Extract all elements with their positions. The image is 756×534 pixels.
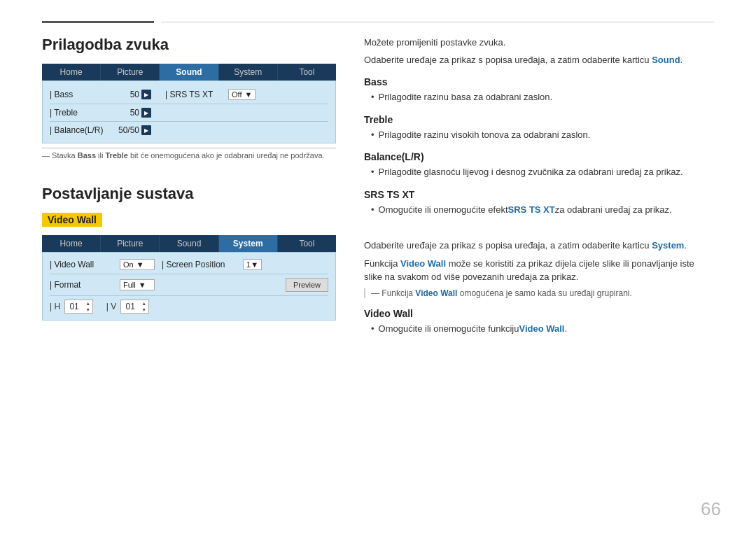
balance-row: | Balance(L/R) 50/50 ▶	[50, 123, 328, 137]
page-number: 66	[701, 498, 721, 520]
right-system-section: Odaberite uređaje za prikaz s popisa ure…	[364, 239, 714, 335]
vw-bullet-link[interactable]: Video Wall	[519, 322, 564, 336]
sound-intro1: Možete promijeniti postavke zvuka.	[364, 36, 714, 50]
right-column: Možete promijeniti postavke zvuka. Odabe…	[364, 36, 714, 335]
sys-menu-tab-sound[interactable]: Sound	[160, 235, 218, 252]
video-wall-row: | Video Wall On ▼ | Screen Position 1 ▼	[50, 257, 328, 272]
sound-settings-panel: | Bass 50 ▶ | SRS TS XT Off ▼ | Treble 5…	[42, 80, 336, 143]
treble-arrow[interactable]: ▶	[141, 108, 151, 118]
bass-label: | Bass	[50, 90, 113, 99]
divider3	[50, 274, 328, 274]
srs-link[interactable]: SRS TS XT	[508, 203, 555, 217]
treble-bullet: Prilagodite razinu visokih tonova za oda…	[364, 128, 714, 142]
divider4	[50, 295, 328, 296]
treble-row: | Treble 50 ▶	[50, 106, 328, 120]
section-system-title: Postavljanje sustava	[42, 185, 336, 203]
divider1	[50, 104, 328, 104]
preview-button[interactable]: Preview	[286, 278, 328, 292]
bass-row: | Bass 50 ▶ | SRS TS XT Off ▼	[50, 87, 328, 102]
video-wall-badge: Video Wall	[42, 213, 102, 227]
system-settings-panel: | Video Wall On ▼ | Screen Position 1 ▼	[42, 252, 336, 321]
vw-label: | Video Wall	[50, 260, 120, 269]
bass-subsection: Bass Prilagodite razinu basa za odabrani…	[364, 76, 714, 104]
top-divider	[42, 21, 714, 23]
bass-value: 50	[113, 90, 139, 99]
vw-subsection: Video Wall Omogućite ili onemogućite fun…	[364, 308, 714, 336]
format-row: | Format Full ▼ Preview	[50, 276, 328, 294]
vw-note: — Funkcija Video Wall omogućena je samo …	[364, 288, 714, 298]
sound-link[interactable]: Sound	[652, 55, 680, 65]
system-intro2: Funkcija Video Wall može se koristiti za…	[364, 257, 714, 284]
v-down-arrow[interactable]: ▼	[139, 307, 148, 313]
h-label: | H	[50, 302, 60, 311]
balance-subsection: Balance(L/R) Prilagodite glasnoću lijevo…	[364, 151, 714, 179]
sound-note: — Stavka Bass ili Treble bit će onemoguć…	[42, 148, 336, 162]
vw-subsection-title: Video Wall	[364, 308, 714, 319]
srs-subsection-title: SRS TS XT	[364, 189, 714, 200]
menu-tab-sound[interactable]: Sound	[160, 64, 218, 80]
system-link[interactable]: System	[652, 240, 684, 251]
system-intro1: Odaberite uređaje za prikaz s popisa ure…	[364, 239, 714, 253]
format-dropdown[interactable]: Full ▼	[120, 279, 155, 290]
section-system: Postavljanje sustava Video Wall Home Pic…	[42, 185, 336, 321]
srs-bullet: Omogućite ili onemogućite efekt SRS TS X…	[364, 203, 714, 217]
srs-label-inline: | SRS TS XT	[165, 90, 228, 99]
srs-value: Off	[232, 90, 241, 99]
v-stepper[interactable]: 01 ▲ ▼	[120, 300, 149, 314]
treble-subsection-title: Treble	[364, 114, 714, 125]
left-column: Prilagodba zvuka Home Picture Sound Syst…	[42, 36, 336, 335]
menu-tab-system[interactable]: System	[219, 64, 278, 80]
h-down-arrow[interactable]: ▼	[83, 307, 92, 313]
section-sound: Prilagodba zvuka Home Picture Sound Syst…	[42, 36, 336, 162]
format-dropdown-arrow: ▼	[139, 281, 146, 289]
balance-bullet: Prilagodite glasnoću lijevog i desnog zv…	[364, 165, 714, 179]
hv-row: | H 01 ▲ ▼ | V 01 ▲ ▼	[50, 297, 328, 316]
section-sound-title: Prilagodba zvuka	[42, 36, 336, 54]
sound-menu-bar: Home Picture Sound System Tool	[42, 64, 336, 80]
sound-intro2: Odaberite uređaje za prikaz s popisa ure…	[364, 53, 714, 67]
h-up-arrow[interactable]: ▲	[83, 300, 92, 307]
sys-menu-tab-picture[interactable]: Picture	[101, 235, 160, 252]
menu-tab-home[interactable]: Home	[42, 64, 101, 80]
bass-bullet: Prilagodite razinu basa za odabrani zasl…	[364, 90, 714, 104]
format-label: | Format	[50, 280, 120, 290]
system-menu-bar: Home Picture Sound System Tool	[42, 235, 336, 252]
menu-tab-picture[interactable]: Picture	[101, 64, 160, 80]
bass-subsection-title: Bass	[364, 76, 714, 87]
vw-note-link[interactable]: Video Wall	[415, 288, 457, 298]
top-rule	[161, 22, 714, 22]
v-up-arrow[interactable]: ▲	[139, 300, 148, 307]
srs-subsection: SRS TS XT Omogućite ili onemogućite efek…	[364, 189, 714, 217]
vw-bullet: Omogućite ili onemogućite funkciju Video…	[364, 322, 714, 336]
menu-tab-tool[interactable]: Tool	[278, 64, 336, 80]
srs-dropdown[interactable]: Off ▼	[228, 89, 255, 100]
vw-screen-pos: | Screen Position 1 ▼	[162, 259, 262, 270]
divider2	[50, 121, 328, 122]
balance-label: | Balance(L/R)	[50, 125, 113, 135]
vw-on-dropdown[interactable]: On ▼	[120, 259, 155, 270]
v-stepper-arrows: ▲ ▼	[139, 300, 148, 313]
treble-value: 50	[113, 108, 139, 118]
sys-menu-tab-home[interactable]: Home	[42, 235, 101, 252]
treble-label: | Treble	[50, 108, 113, 118]
bass-arrow[interactable]: ▶	[141, 90, 151, 99]
srs-arrow-icon: ▼	[245, 90, 253, 99]
pos-dropdown-arrow: ▼	[251, 260, 258, 269]
h-stepper[interactable]: 01 ▲ ▼	[64, 300, 93, 314]
sys-menu-tab-tool[interactable]: Tool	[278, 235, 336, 252]
vw-link[interactable]: Video Wall	[400, 258, 446, 269]
vw-dropdown-arrow: ▼	[136, 260, 144, 269]
right-sound-section: Možete promijeniti postavke zvuka. Odabe…	[364, 36, 714, 216]
screen-pos-num[interactable]: 1 ▼	[243, 259, 262, 270]
balance-arrow[interactable]: ▶	[141, 125, 151, 135]
balance-subsection-title: Balance(L/R)	[364, 151, 714, 162]
treble-subsection: Treble Prilagodite razinu visokih tonova…	[364, 114, 714, 142]
top-bar-accent	[42, 21, 154, 23]
balance-value: 50/50	[113, 125, 139, 135]
v-label: | V	[106, 302, 116, 311]
sys-menu-tab-system[interactable]: System	[219, 235, 278, 252]
h-stepper-arrows: ▲ ▼	[83, 300, 92, 313]
page-layout: Prilagodba zvuka Home Picture Sound Syst…	[42, 36, 714, 335]
